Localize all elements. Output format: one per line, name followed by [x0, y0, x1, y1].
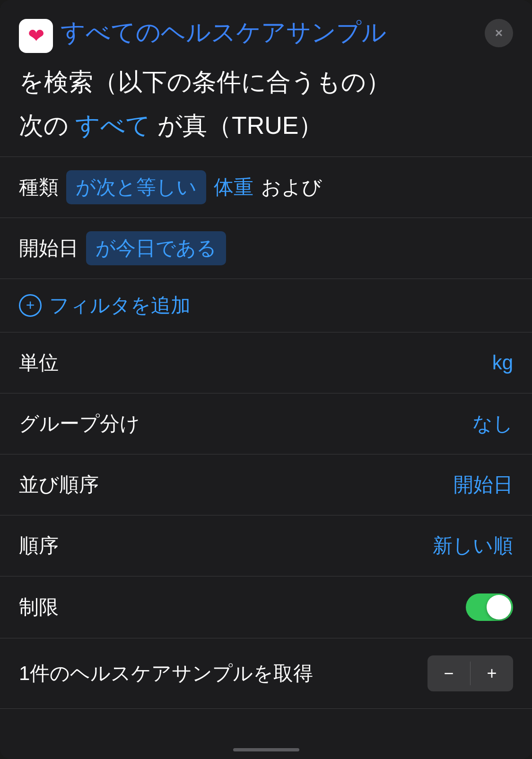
heart-icon: ❤: [28, 26, 44, 46]
grouping-label: グループ分け: [19, 410, 140, 437]
filter-row-2: 開始日 が今日である: [0, 218, 532, 279]
bottom-bar: [0, 741, 532, 759]
limit-toggle[interactable]: [466, 593, 513, 621]
condition-blue[interactable]: すべて: [75, 112, 150, 139]
main-card: ❤ すべてのヘルスケアサンプル × を検索（以下の条件に合うもの） 次の すべて…: [0, 0, 532, 759]
condition-line: 次の すべて が真（TRUE）: [0, 110, 532, 157]
add-filter-icon: +: [19, 294, 42, 317]
toggle-thumb: [487, 595, 511, 619]
grouping-value: なし: [472, 410, 513, 437]
stepper-plus-button[interactable]: +: [471, 655, 513, 691]
settings-row-unit[interactable]: 単位 kg: [0, 332, 532, 393]
unit-value: kg: [492, 351, 513, 374]
settings-row-order[interactable]: 順序 新しい順: [0, 515, 532, 576]
filter1-condition[interactable]: が次と等しい: [66, 170, 206, 204]
limit-label: 制限: [19, 594, 59, 620]
stepper-minus-button[interactable]: −: [427, 655, 470, 691]
condition-pre: 次の: [19, 112, 69, 139]
condition-post: が真（TRUE）: [157, 112, 323, 139]
app-icon: ❤: [19, 19, 53, 53]
close-button[interactable]: ×: [485, 19, 513, 47]
minus-icon: −: [444, 663, 454, 683]
home-indicator: [233, 748, 299, 751]
title-blue-text: すべてのヘルスケアサンプル: [61, 18, 386, 46]
filter1-label: 種類: [19, 174, 59, 201]
bottom-row-label: 1件のヘルスケアサンプルを取得: [19, 661, 427, 687]
unit-label: 単位: [19, 349, 59, 376]
filter1-connector: および: [261, 174, 322, 201]
settings-row-grouping[interactable]: グループ分け なし: [0, 393, 532, 454]
sort-value: 開始日: [454, 471, 513, 498]
order-label: 順序: [19, 532, 59, 559]
plus-icon: +: [487, 663, 497, 683]
title-suffix: を検索（以下の条件に合うもの）: [19, 68, 391, 96]
plus-icon: +: [26, 297, 35, 313]
add-filter-row[interactable]: + フィルタを追加: [0, 279, 532, 332]
filter2-condition[interactable]: が今日である: [86, 231, 226, 265]
close-icon: ×: [495, 26, 503, 41]
count-stepper: − +: [427, 655, 513, 691]
filter1-value[interactable]: 体重: [214, 174, 253, 201]
filter-row-1: 種類 が次と等しい 体重 および: [0, 157, 532, 218]
settings-row-limit[interactable]: 制限: [0, 576, 532, 638]
order-value: 新しい順: [433, 532, 513, 559]
header-subtitle: を検索（以下の条件に合うもの）: [0, 66, 532, 110]
toggle-track: [466, 593, 513, 621]
add-filter-label: フィルタを追加: [49, 292, 191, 319]
settings-row-sort[interactable]: 並び順序 開始日: [0, 454, 532, 515]
bottom-stepper-row: 1件のヘルスケアサンプルを取得 − +: [0, 638, 532, 709]
header-title: すべてのヘルスケアサンプル: [61, 17, 477, 48]
sort-label: 並び順序: [19, 471, 99, 498]
filter2-label: 開始日: [19, 235, 78, 262]
header-section: ❤ すべてのヘルスケアサンプル ×: [0, 0, 532, 66]
